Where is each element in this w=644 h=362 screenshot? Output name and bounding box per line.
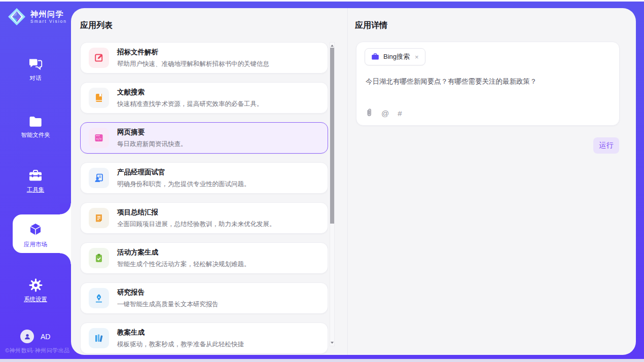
- sidebar-item-settings[interactable]: 系统设置: [0, 277, 71, 303]
- close-icon[interactable]: ×: [415, 53, 419, 61]
- app-window: 神州问学 Smart Vision 对话: [0, 0, 644, 362]
- app-desc: 模板驱动，教案秒成，教学准备从此轻松快捷: [117, 340, 244, 349]
- app-name: 项目总结汇报: [117, 208, 276, 217]
- app-desc: 全面回顾项目进展，总结经验教训，助力未来优化发展。: [117, 220, 276, 229]
- toolbox-icon: [0, 167, 71, 183]
- app-card-literature-search[interactable]: 文献搜索 快速精准查找学术资源，提高研究效率的必备工具。: [80, 82, 328, 114]
- book-icon: [89, 88, 109, 108]
- sidebar-item-toolset[interactable]: 工具集: [0, 167, 71, 194]
- edit-document-icon: [89, 48, 109, 68]
- hash-tag-icon[interactable]: #: [398, 109, 402, 118]
- tool-chip-label: Bing搜索: [383, 52, 410, 61]
- chat-bubbles-icon: [0, 56, 71, 71]
- user-name: AD: [41, 333, 50, 341]
- app-card-event-plan[interactable]: 活动方案生成 智能生成个性化活动方案，轻松解决规划难题。: [80, 242, 328, 274]
- app-desc: 每日政府新闻资讯快查。: [117, 140, 187, 149]
- query-text[interactable]: 今日湖北有哪些新闻要点？有哪些需要关注的最新政策？: [366, 77, 610, 86]
- gear-icon: [0, 277, 71, 292]
- app-list: 招标文件解析 帮助用户快速、准确地理解和解析招标书中的关键信息 文献搜索: [80, 42, 328, 355]
- user-account[interactable]: AD: [20, 330, 50, 343]
- app-card-pm-interviewer[interactable]: 产品经理面试官 明确身份和职责，为您提供专业性的面试问题。: [80, 162, 328, 194]
- app-desc: 明确身份和职责，为您提供专业性的面试问题。: [117, 180, 251, 189]
- app-desc: 帮助用户快速、准确地理解和解析招标书中的关键信息: [117, 60, 269, 68]
- sidebar-item-smart-folder[interactable]: 智能文件夹: [0, 113, 71, 139]
- composer-toolbar: @ #: [366, 108, 402, 119]
- copyright-text: ©神州数码·神州问学出品: [5, 347, 70, 354]
- run-button[interactable]: 运行: [593, 137, 619, 154]
- sidebar: 神州问学 Smart Vision 对话: [0, 2, 71, 359]
- app-name: 招标文件解析: [117, 48, 269, 57]
- note-report-icon: [89, 208, 109, 228]
- app-list-title: 应用列表: [80, 20, 113, 31]
- app-card-project-summary[interactable]: 项目总结汇报 全面回顾项目进展，总结经验教训，助力未来优化发展。: [80, 202, 328, 234]
- brand-logo: 神州问学 Smart Vision: [7, 7, 67, 27]
- svg-text:</>: </>: [96, 137, 101, 140]
- app-desc: 一键智能生成高质量长文本研究报告: [117, 300, 219, 309]
- panel-divider: [347, 8, 348, 355]
- app-card-lesson-plan[interactable]: 教案生成 模板驱动，教案秒成，教学准备从此轻松快捷: [80, 322, 328, 354]
- scroll-up-arrow-icon[interactable]: [331, 45, 334, 47]
- clipboard-check-icon: [89, 248, 109, 268]
- books-icon: [89, 328, 109, 348]
- person-avatar-icon: [24, 333, 31, 340]
- brand-name: 神州问学: [30, 10, 67, 19]
- sidebar-item-chat[interactable]: 对话: [0, 56, 71, 82]
- app-detail-title: 应用详情: [355, 20, 387, 31]
- sidebar-item-label: 智能文件夹: [0, 131, 71, 139]
- content-panel: 应用列表 招标文件解析 帮助用户快速、准确地理解和解析招标书中的关键信息: [71, 8, 636, 355]
- app-name: 活动方案生成: [117, 248, 251, 257]
- tool-chip-bing-search[interactable]: Bing搜索 ×: [365, 48, 425, 65]
- app-card-research-report[interactable]: 研究报告 一键智能生成高质量长文本研究报告: [80, 282, 328, 314]
- brand-subtitle: Smart Vision: [30, 19, 67, 24]
- interviewer-document-icon: [89, 168, 109, 188]
- cube-icon: [0, 222, 71, 237]
- avatar: [20, 330, 34, 343]
- app-list-scrollbar[interactable]: [330, 42, 335, 346]
- app-desc: 智能生成个性化活动方案，轻松解决规划难题。: [117, 260, 251, 269]
- bottom-edge-strip: [0, 359, 644, 362]
- scroll-down-arrow-icon[interactable]: [331, 342, 334, 344]
- paperclip-icon[interactable]: [366, 108, 373, 119]
- browser-code-icon: </>: [89, 128, 109, 148]
- app-name: 教案生成: [117, 328, 244, 337]
- app-background: 神州问学 Smart Vision 对话: [0, 2, 644, 359]
- sidebar-item-label: 应用市场: [0, 241, 71, 248]
- app-desc: 快速精准查找学术资源，提高研究效率的必备工具。: [117, 100, 263, 108]
- pen-nib-icon: [89, 288, 109, 308]
- app-card-web-summary[interactable]: </> 网页摘要 每日政府新闻资讯快查。: [80, 122, 328, 154]
- app-name: 文献搜索: [117, 88, 263, 97]
- app-name: 研究报告: [117, 288, 219, 297]
- sidebar-item-label: 工具集: [0, 186, 71, 194]
- prompt-editor[interactable]: Bing搜索 × 今日湖北有哪些新闻要点？有哪些需要关注的最新政策？ @ #: [356, 42, 620, 126]
- folder-icon: [0, 113, 71, 128]
- sidebar-item-label: 系统设置: [0, 296, 71, 303]
- app-name: 产品经理面试官: [117, 168, 251, 177]
- briefcase-icon: [371, 53, 379, 60]
- sidebar-item-label: 对话: [0, 75, 71, 82]
- gem-diamond-icon: [7, 7, 27, 27]
- app-card-bid-analysis[interactable]: 招标文件解析 帮助用户快速、准确地理解和解析招标书中的关键信息: [80, 42, 328, 74]
- mention-at-icon[interactable]: @: [381, 109, 389, 118]
- app-name: 网页摘要: [117, 128, 187, 137]
- sidebar-item-app-market[interactable]: 应用市场: [0, 222, 71, 248]
- scrollbar-thumb[interactable]: [330, 48, 334, 224]
